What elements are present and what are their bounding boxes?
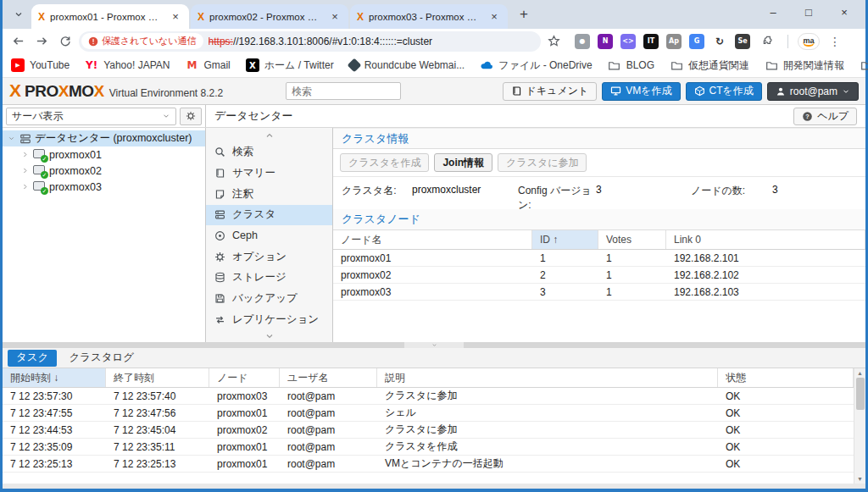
- cluster-name-label: クラスタ名:: [342, 184, 412, 198]
- panel-splitter[interactable]: [3, 342, 865, 348]
- scroll-up-arrow-icon[interactable]: ▲: [857, 370, 863, 376]
- tab-cluster-log[interactable]: クラスタログ: [60, 350, 142, 367]
- create-vm-button[interactable]: VMを作成: [602, 82, 680, 101]
- task-row[interactable]: 7 12 23:47:557 12 23:47:56proxmox01root@…: [3, 405, 854, 422]
- bookmark-star-icon[interactable]: [544, 32, 563, 51]
- help-button[interactable]: ヘルプ: [793, 108, 857, 125]
- close-button[interactable]: ×: [826, 0, 862, 25]
- menu-item-search[interactable]: 検索: [206, 142, 332, 163]
- bookmark-yahoo[interactable]: Y!Yahoo! JAPAN: [85, 58, 170, 72]
- column-header-description[interactable]: 説明: [377, 368, 718, 387]
- create-cluster-button[interactable]: クラスタを作成: [340, 153, 429, 172]
- menu-item-cluster[interactable]: クラスタ: [206, 205, 332, 226]
- expander-chevron-icon[interactable]: [19, 183, 30, 191]
- user-menu-button[interactable]: root@pam: [767, 82, 859, 101]
- view-mode-select[interactable]: サーバ表示: [6, 108, 176, 125]
- browser-tab-proxmox02[interactable]: X proxmox02 - Proxmox Virtual E ×: [191, 4, 348, 29]
- task-row[interactable]: 7 12 23:44:537 12 23:45:04proxmox02root@…: [3, 422, 854, 439]
- tab-tasks[interactable]: タスク: [8, 350, 57, 367]
- table-row[interactable]: proxmox03 3 1 192.168.2.103: [333, 284, 865, 301]
- expander-chevron-icon[interactable]: [6, 135, 16, 142]
- profile-avatar[interactable]: ma: [798, 33, 820, 50]
- column-header-link0[interactable]: Link 0: [666, 230, 865, 249]
- refresh-button[interactable]: [55, 31, 75, 52]
- column-header-nodename[interactable]: ノード名: [333, 230, 532, 249]
- documentation-button[interactable]: ドキュメント: [503, 82, 598, 101]
- selenium-extension-icon[interactable]: Se: [735, 34, 750, 49]
- bookmark-roundcube[interactable]: Roundcube Webmai...: [349, 59, 465, 71]
- tab-close-icon[interactable]: ×: [328, 10, 342, 24]
- column-header-id[interactable]: ID ↑: [532, 230, 598, 249]
- column-header-username[interactable]: ユーザ名: [280, 368, 377, 387]
- menu-item-notes[interactable]: 注釈: [206, 184, 332, 205]
- translate-extension-icon[interactable]: G: [689, 34, 704, 49]
- bookmark-onedrive[interactable]: ファイル - OneDrive: [480, 58, 592, 73]
- scrollbar-thumb[interactable]: [856, 378, 865, 410]
- bookmark-twitter[interactable]: Xホーム / Twitter: [246, 58, 334, 73]
- tree-item-datacenter[interactable]: データセンター (proxmoxcluster): [3, 130, 205, 146]
- task-row[interactable]: 7 12 23:35:097 12 23:35:11proxmox01root@…: [3, 439, 854, 456]
- bookmark-folder-aws[interactable]: AWS: [860, 58, 868, 72]
- tab-close-icon[interactable]: ×: [487, 10, 501, 24]
- extensions-puzzle-icon[interactable]: [758, 31, 778, 52]
- column-header-starttime[interactable]: 開始時刻 ↓: [3, 368, 106, 387]
- back-button[interactable]: [8, 31, 28, 52]
- table-row[interactable]: proxmox02 2 1 192.168.2.102: [333, 267, 865, 284]
- security-warning-chip[interactable]: 保護されていない通信: [81, 33, 203, 49]
- minimize-button[interactable]: –: [755, 0, 791, 25]
- create-ct-button[interactable]: CTを作成: [686, 82, 762, 101]
- browser-tab-proxmox03[interactable]: X proxmox03 - Proxmox Virtual E ×: [350, 4, 508, 29]
- sidebar-settings-button[interactable]: [180, 108, 202, 125]
- bookmark-folder-blog[interactable]: BLOG: [608, 58, 654, 72]
- url-text: https://192.168.3.101:8006/#v1:0:18:4:::…: [209, 36, 433, 47]
- forward-button[interactable]: [31, 31, 52, 52]
- column-header-node[interactable]: ノード: [209, 368, 280, 387]
- chrome-menu-icon[interactable]: ⋮: [827, 35, 843, 48]
- bookmark-folder-crypto[interactable]: 仮想通貨関連: [670, 58, 749, 73]
- main-area: データセンター (proxmoxcluster) ✓ proxmox01 ✓ p…: [3, 128, 865, 342]
- menu-scroll-up-icon[interactable]: [206, 130, 332, 142]
- splitter-grip[interactable]: [404, 342, 464, 348]
- task-row[interactable]: 7 12 23:57:307 12 23:57:40proxmox03root@…: [3, 388, 854, 405]
- join-cluster-button[interactable]: クラスタに参加: [498, 153, 587, 172]
- browser-toolbar: 保護されていない通信 https://192.168.3.101:8006/#v…: [3, 29, 865, 53]
- pve-search-input[interactable]: [286, 82, 401, 100]
- vertical-scrollbar[interactable]: ▲ ▼: [854, 368, 865, 484]
- menu-item-options[interactable]: オプション: [206, 246, 332, 268]
- scroll-down-arrow-icon[interactable]: ▼: [857, 476, 863, 482]
- bookmark-folder-dev[interactable]: 開発関連情報: [765, 58, 844, 73]
- ap-extension-icon[interactable]: Ap: [666, 34, 682, 49]
- bookmark-gmail[interactable]: MGmail: [185, 58, 230, 72]
- expander-chevron-icon[interactable]: [19, 167, 30, 174]
- onenote-extension-icon[interactable]: N: [598, 34, 613, 49]
- cache-refresh-extension-icon[interactable]: ↻: [712, 34, 727, 49]
- tab-close-icon[interactable]: ×: [169, 10, 182, 24]
- bookmark-youtube[interactable]: ▶YouTube: [11, 58, 70, 72]
- address-bar[interactable]: 保護されていない通信 https://192.168.3.101:8006/#v…: [79, 31, 541, 52]
- tree-item-proxmox01[interactable]: ✓ proxmox01: [3, 146, 205, 163]
- column-header-endtime[interactable]: 終了時刻: [106, 368, 209, 387]
- chat-extension-icon[interactable]: ●: [575, 34, 590, 49]
- menu-scroll-down-icon[interactable]: [206, 329, 332, 342]
- onedrive-cloud-icon: [480, 58, 493, 72]
- menu-item-summary[interactable]: サマリー: [206, 163, 332, 184]
- bottom-tabs: タスク クラスタログ: [3, 348, 865, 368]
- expander-chevron-icon[interactable]: [19, 151, 30, 158]
- menu-item-ceph[interactable]: Ceph: [206, 225, 332, 246]
- browser-tab-proxmox01[interactable]: X proxmox01 - Proxmox Virtual E ×: [31, 4, 189, 29]
- tab-search-button[interactable]: [8, 3, 30, 25]
- menu-item-backup[interactable]: バックアップ: [206, 288, 332, 309]
- join-information-button[interactable]: Join情報: [434, 153, 492, 172]
- code-extension-icon[interactable]: <>: [620, 34, 636, 49]
- menu-item-storage[interactable]: ストレージ: [206, 267, 332, 288]
- task-row[interactable]: 7 12 23:25:137 12 23:25:13proxmox01root@…: [3, 456, 854, 473]
- table-row[interactable]: proxmox01 1 1 192.168.2.101: [333, 250, 865, 267]
- new-tab-button[interactable]: +: [513, 3, 535, 25]
- it-extension-icon[interactable]: IT: [643, 34, 659, 49]
- maximize-button[interactable]: □: [791, 0, 826, 25]
- menu-item-replication[interactable]: レプリケーション: [206, 309, 332, 330]
- tree-item-proxmox03[interactable]: ✓ proxmox03: [3, 179, 205, 195]
- column-header-status[interactable]: 状態: [718, 368, 854, 387]
- column-header-votes[interactable]: Votes: [598, 230, 666, 249]
- tree-item-proxmox02[interactable]: ✓ proxmox02: [3, 163, 205, 179]
